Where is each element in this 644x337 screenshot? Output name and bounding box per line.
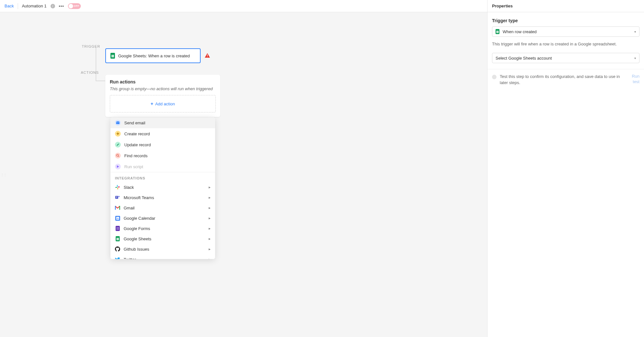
mail-icon	[115, 120, 121, 126]
plus-icon	[115, 131, 121, 137]
integration-menu-item-label: Google Calendar	[124, 216, 155, 221]
chevron-right-icon: ▸	[209, 226, 211, 231]
action-menu-item: Run script	[110, 161, 215, 172]
google-sheets-icon	[110, 53, 115, 59]
account-select[interactable]: Select Google Sheets account ▾	[492, 53, 639, 63]
svg-point-8	[117, 154, 118, 156]
chevron-down-icon: ▾	[634, 56, 636, 60]
integration-menu-item[interactable]: Slack▸	[110, 182, 215, 192]
info-icon[interactable]: i	[51, 4, 55, 8]
integration-menu-item[interactable]: Google Forms▸	[110, 223, 215, 234]
svg-point-24	[117, 227, 117, 228]
more-menu-icon[interactable]: •••	[59, 4, 64, 8]
add-action-label: Add action	[155, 101, 175, 106]
connector	[96, 47, 96, 81]
add-action-button[interactable]: + Add action	[110, 95, 216, 112]
integration-menu-item[interactable]: Twitter▸	[110, 254, 215, 259]
play-icon	[115, 164, 121, 169]
teams-icon: T	[115, 195, 120, 200]
trigger-type-select[interactable]: When row created ▾	[492, 26, 639, 37]
chevron-down-icon: ▾	[634, 30, 636, 34]
svg-rect-6	[207, 56, 208, 57]
actions-card: Run actions This group is empty—no actio…	[105, 75, 220, 117]
svg-point-16	[118, 196, 120, 197]
integration-menu-item-label: Gmail	[124, 206, 135, 210]
status-dot-icon	[492, 75, 497, 79]
gsheets-icon	[115, 236, 120, 241]
action-menu-item-label: Update record	[124, 142, 151, 147]
integration-menu-item-label: Google Sheets	[124, 236, 151, 241]
chevron-right-icon: ▸	[209, 247, 211, 251]
svg-rect-7	[116, 121, 119, 124]
back-link[interactable]: Back	[5, 4, 14, 8]
search-icon	[115, 153, 121, 159]
chevron-right-icon: ▸	[209, 257, 211, 259]
svg-rect-13	[118, 187, 120, 188]
account-select-value: Select Google Sheets account	[496, 56, 552, 61]
svg-rect-11	[115, 187, 117, 188]
svg-rect-18	[115, 206, 116, 210]
svg-rect-27	[118, 229, 119, 229]
github-icon	[115, 246, 120, 252]
separator	[18, 3, 18, 9]
svg-point-26	[117, 229, 117, 229]
chevron-right-icon: ▸	[209, 206, 211, 210]
gmail-icon	[115, 205, 120, 210]
svg-rect-12	[118, 188, 118, 189]
svg-text:T: T	[116, 196, 118, 198]
svg-rect-23	[116, 226, 120, 231]
action-menu-item-label: Send email	[124, 120, 145, 125]
trigger-type-label: Trigger type	[492, 18, 639, 23]
svg-rect-19	[119, 206, 120, 210]
chevron-right-icon: ▸	[209, 185, 211, 189]
integration-menu-item[interactable]: TMicrosoft Teams▸	[110, 192, 215, 203]
slack-icon	[115, 185, 120, 190]
automation-name[interactable]: Automation 1	[22, 4, 47, 8]
run-actions-empty-message: This group is empty—no actions will run …	[110, 86, 216, 91]
automation-toggle[interactable]: OFF	[68, 3, 81, 9]
drag-handle-icon[interactable]: ⋮⋮	[1, 173, 6, 177]
svg-text:31: 31	[117, 217, 119, 219]
twitter-icon	[115, 257, 120, 259]
svg-rect-10	[117, 185, 118, 187]
action-menu-item-label: Find records	[124, 153, 147, 158]
svg-line-9	[118, 156, 119, 157]
action-menu-item[interactable]: Find records	[110, 150, 215, 161]
test-step-text: Test this step to confirm its configurat…	[500, 74, 623, 86]
run-actions-title: Run actions	[110, 79, 216, 84]
plus-icon: +	[151, 101, 153, 106]
integration-menu-item-label: Microsoft Teams	[124, 195, 154, 200]
test-step-row: Test this step to confirm its configurat…	[488, 69, 644, 86]
add-action-dropdown: Send emailCreate recordUpdate recordFind…	[110, 117, 215, 259]
integration-menu-item-label: Google Forms	[124, 226, 150, 231]
trigger-help-text: This trigger will fire when a row is cre…	[492, 41, 639, 47]
gcal-icon: 31	[115, 216, 120, 221]
trigger-card[interactable]: Google Sheets: When a row is created	[105, 48, 201, 63]
integration-menu-item-label: Slack	[124, 185, 134, 190]
google-sheets-icon	[496, 29, 499, 34]
integrations-header: INTEGRATIONS	[110, 172, 215, 182]
integration-menu-item[interactable]: Gmail▸	[110, 203, 215, 213]
run-test-link[interactable]: Run test	[627, 74, 639, 85]
chevron-right-icon: ▸	[209, 195, 211, 200]
svg-rect-25	[118, 227, 119, 228]
alert-icon[interactable]	[205, 53, 210, 59]
integration-menu-item[interactable]: 31Google Calendar▸	[110, 213, 215, 223]
action-menu-item[interactable]: Create record	[110, 128, 215, 139]
action-menu-item[interactable]: Send email	[110, 117, 215, 128]
actions-section-label: ACTIONS	[81, 71, 99, 74]
panel-header: Properties	[488, 0, 644, 12]
gforms-icon	[115, 226, 120, 231]
integration-menu-item-label: Twitter	[124, 257, 136, 259]
pencil-icon	[115, 142, 121, 148]
integration-menu-item[interactable]: Github Issues▸	[110, 244, 215, 254]
svg-rect-5	[207, 54, 208, 56]
topbar: Back Automation 1 i ••• OFF	[0, 0, 487, 12]
action-menu-item[interactable]: Update record	[110, 139, 215, 150]
trigger-section-label: TRIGGER	[82, 44, 100, 48]
integration-menu-item[interactable]: Google Sheets▸	[110, 234, 215, 244]
trigger-card-title: Google Sheets: When a row is created	[118, 53, 190, 58]
connector	[96, 81, 105, 81]
action-menu-item-label: Create record	[124, 131, 150, 136]
integration-menu-item-label: Github Issues	[124, 247, 149, 252]
